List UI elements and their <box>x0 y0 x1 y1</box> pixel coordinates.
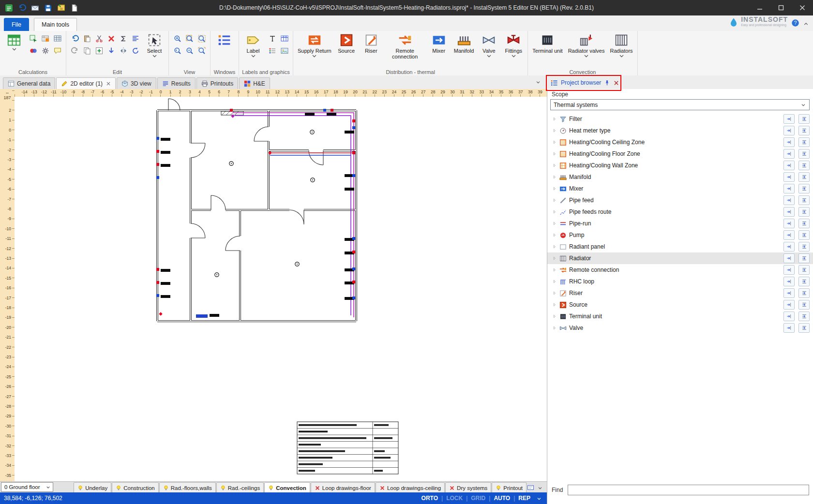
tree-item-mixer[interactable]: Mixer <box>547 183 813 194</box>
tree-item-heat-meter-type[interactable]: Heat meter type <box>547 125 813 136</box>
maximize-button[interactable] <box>770 0 792 15</box>
save-button[interactable] <box>43 3 53 13</box>
expander-icon[interactable] <box>552 302 557 307</box>
label-button[interactable]: Label <box>242 32 264 59</box>
source-button[interactable]: Source <box>335 32 358 55</box>
remote-connection-button[interactable]: Remote connection <box>385 32 425 60</box>
zoom-prev-button[interactable] <box>172 45 183 56</box>
tab-list-dropdown-button[interactable] <box>535 79 541 85</box>
gear-button[interactable] <box>40 45 51 56</box>
file-menu-button[interactable]: File <box>4 18 29 31</box>
locate-in-drawing-button[interactable] <box>783 219 795 228</box>
table-insert-button[interactable] <box>279 33 290 44</box>
show-in-list-button[interactable] <box>798 242 810 252</box>
expander-icon[interactable] <box>552 221 557 226</box>
locate-in-drawing-button[interactable] <box>783 161 795 170</box>
expander-icon[interactable] <box>552 244 557 249</box>
calc-sheet-button[interactable] <box>3 32 25 52</box>
locate-in-drawing-button[interactable] <box>783 300 795 310</box>
locate-in-drawing-button[interactable] <box>783 149 795 159</box>
show-in-list-button[interactable] <box>798 149 810 159</box>
tab-h-e[interactable]: H&E <box>239 77 270 89</box>
copy-button[interactable] <box>81 45 92 56</box>
tab-printouts[interactable]: Printouts <box>196 77 238 89</box>
tab-results[interactable]: Results <box>157 77 196 89</box>
arrow-down-button[interactable] <box>105 45 117 56</box>
export-button[interactable] <box>56 3 66 13</box>
show-in-list-button[interactable] <box>798 323 810 333</box>
locate-in-drawing-button[interactable] <box>783 230 795 240</box>
scope-dropdown[interactable]: Thermal systems <box>550 99 810 110</box>
sheet-tab-loop-drawings-floor[interactable]: Loop drawings-floor <box>311 482 375 493</box>
locate-in-drawing-button[interactable] <box>783 114 795 124</box>
sheet-tab-dry-systems[interactable]: Dry systems <box>445 482 491 493</box>
mode-rep[interactable]: REP <box>518 495 530 502</box>
redo-button[interactable] <box>69 45 80 56</box>
mode-grid[interactable]: GRID <box>471 495 485 502</box>
expander-icon[interactable] <box>552 117 557 121</box>
mode-orto[interactable]: ORTO <box>422 495 438 502</box>
show-in-list-button[interactable] <box>798 195 810 205</box>
expander-icon[interactable] <box>552 140 557 145</box>
tree-item-terminal-unit[interactable]: Terminal unit <box>547 311 813 322</box>
sheet-tab-convection[interactable]: Convection <box>264 482 310 493</box>
data-tables-button[interactable] <box>52 33 63 44</box>
expander-icon[interactable] <box>552 186 557 191</box>
tree-item-pipe-feed[interactable]: Pipe feed <box>547 194 813 206</box>
zoom-selection-button[interactable] <box>196 45 207 56</box>
tree-item-pipe-run[interactable]: Pipe-run <box>547 218 813 229</box>
show-in-list-button[interactable] <box>798 253 810 263</box>
expander-icon[interactable] <box>552 267 557 272</box>
tab-3d-view[interactable]: 3D view <box>117 77 156 89</box>
tree-item-filter[interactable]: Filter <box>547 113 813 125</box>
close-tab-button[interactable] <box>106 81 111 86</box>
terminal-unit-button[interactable]: Terminal unit <box>531 32 564 55</box>
calc-partial-button[interactable] <box>40 33 51 44</box>
show-in-list-button[interactable] <box>798 184 810 193</box>
locate-in-drawing-button[interactable] <box>783 184 795 193</box>
show-in-list-button[interactable] <box>798 137 810 147</box>
align-button[interactable] <box>130 33 141 44</box>
newfile-button[interactable] <box>69 3 79 13</box>
locate-in-drawing-button[interactable] <box>783 172 795 182</box>
tree-item-heating-cooling-ceiling-zone[interactable]: Heating/Cooling Ceiling Zone <box>547 136 813 148</box>
tab-main-tools[interactable]: Main tools <box>34 18 77 31</box>
rotate-button[interactable] <box>130 45 141 56</box>
show-in-list-button[interactable] <box>798 230 810 240</box>
legend-button[interactable] <box>267 45 278 56</box>
pin-panel-button[interactable] <box>604 80 610 86</box>
show-in-list-button[interactable] <box>798 161 810 170</box>
collapse-ribbon-button[interactable] <box>803 21 809 27</box>
tree-item-heating-cooling-floor-zone[interactable]: Heating/Cooling Floor Zone <box>547 148 813 160</box>
sheet-tab-loop-drawings-ceiling[interactable]: Loop drawings-ceiling <box>376 482 445 493</box>
sheet-notes-button[interactable] <box>527 484 534 491</box>
supply-return-button[interactable]: Supply Return <box>296 32 333 59</box>
locate-in-drawing-button[interactable] <box>783 137 795 147</box>
undo-button[interactable] <box>69 33 80 44</box>
riser-button[interactable]: Riser <box>360 32 382 55</box>
manifold-button[interactable]: Manifold <box>452 32 476 55</box>
text-button[interactable] <box>267 33 278 44</box>
tab-2d-editor-1[interactable]: 2D editor (1) <box>56 77 116 89</box>
calc-run-button[interactable] <box>28 33 39 44</box>
mode-auto[interactable]: AUTO <box>494 495 510 502</box>
zoom-out-button[interactable] <box>184 45 195 56</box>
locate-in-drawing-button[interactable] <box>783 311 795 321</box>
sheet-tab-rad-ceilings[interactable]: Rad.-ceilings <box>216 482 264 493</box>
locate-in-drawing-button[interactable] <box>783 277 795 286</box>
expander-icon[interactable] <box>552 175 557 179</box>
sheet-tab-printout[interactable]: Printout <box>492 482 527 493</box>
help-button[interactable]: ? <box>791 19 799 27</box>
expander-icon[interactable] <box>552 151 557 156</box>
tree-item-pump[interactable]: Pump <box>547 229 813 241</box>
sheet-tab-rad-floors-walls[interactable]: Rad.-floors,walls <box>159 482 216 493</box>
floor-plan[interactable] <box>15 97 547 481</box>
radiators-button[interactable]: Radiators <box>608 32 634 59</box>
tree-item-riser[interactable]: Riser <box>547 287 813 299</box>
messages-button[interactable] <box>52 45 63 56</box>
expander-icon[interactable] <box>552 326 557 330</box>
zoom-window-button[interactable] <box>184 33 195 44</box>
sheet-tab-construction[interactable]: Construction <box>112 482 159 493</box>
show-in-list-button[interactable] <box>798 311 810 321</box>
locate-in-drawing-button[interactable] <box>783 242 795 252</box>
